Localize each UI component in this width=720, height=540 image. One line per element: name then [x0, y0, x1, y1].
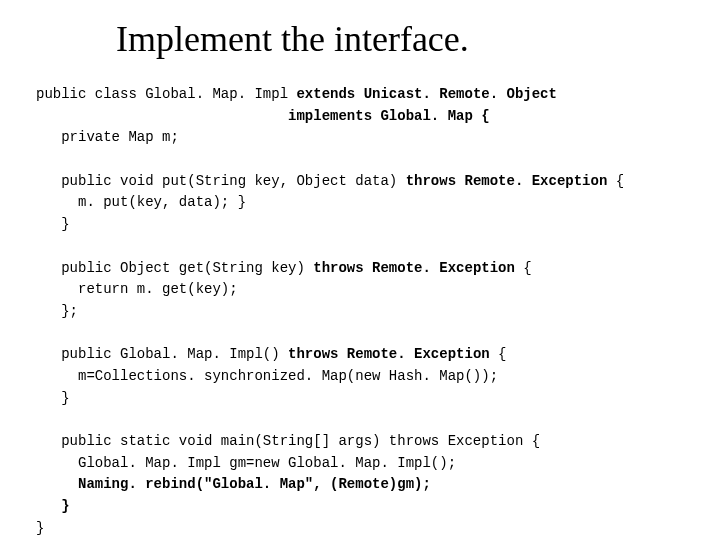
code-line: extends Unicast. Remote. Object	[296, 86, 556, 102]
code-line: throws Remote. Exception	[288, 346, 490, 362]
code-line: }	[36, 520, 44, 536]
code-line: {	[515, 260, 532, 276]
code-line: public Object get(String key)	[36, 260, 313, 276]
code-line: implements Global. Map {	[36, 108, 490, 124]
code-line: };	[36, 303, 78, 319]
code-line: public static void main(String[] args) t…	[36, 433, 540, 449]
code-line: }	[36, 216, 70, 232]
code-line: {	[607, 173, 624, 189]
code-line: private Map m;	[36, 129, 179, 145]
code-line: }	[36, 390, 70, 406]
code-line: m=Collections. synchronized. Map(new Has…	[36, 368, 498, 384]
code-line: Global. Map. Impl gm=new Global. Map. Im…	[36, 455, 456, 471]
code-line: {	[490, 346, 507, 362]
code-line: throws Remote. Exception	[397, 173, 607, 189]
code-line: m. put(key, data); }	[36, 194, 246, 210]
code-line: return m. get(key);	[36, 281, 238, 297]
code-line: public class Global. Map. Impl	[36, 86, 296, 102]
page-title: Implement the interface.	[36, 18, 684, 60]
code-line: throws Remote. Exception	[313, 260, 515, 276]
slide: Implement the interface. public class Gl…	[0, 0, 720, 540]
code-block: public class Global. Map. Impl extends U…	[36, 84, 684, 539]
code-line: public Global. Map. Impl()	[36, 346, 288, 362]
code-line: public void put(String key, Object data)	[36, 173, 397, 189]
code-line: }	[36, 498, 70, 514]
code-line: Naming. rebind("Global. Map", (Remote)gm…	[36, 476, 431, 492]
